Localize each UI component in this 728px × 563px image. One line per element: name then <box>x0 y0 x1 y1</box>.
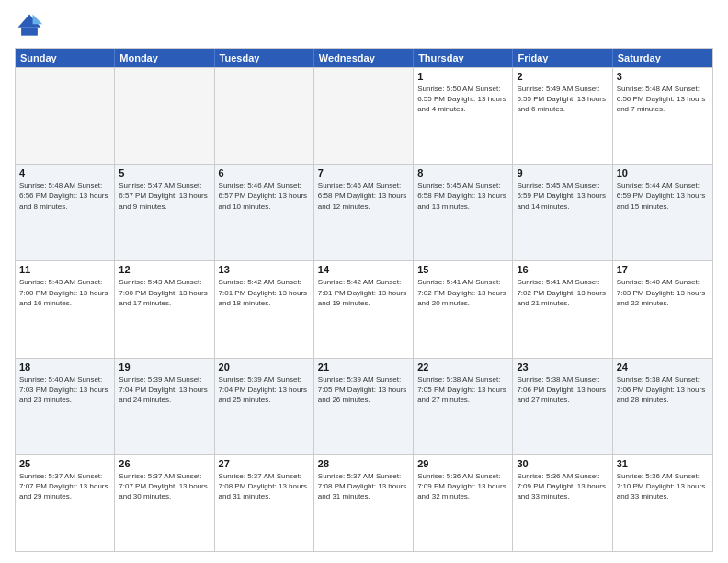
day-info: Sunrise: 5:36 AM Sunset: 7:09 PM Dayligh… <box>417 471 508 502</box>
day-cell-13: 13Sunrise: 5:42 AM Sunset: 7:01 PM Dayli… <box>215 261 314 357</box>
week-row-1: 4Sunrise: 5:48 AM Sunset: 6:56 PM Daylig… <box>16 164 712 260</box>
day-info: Sunrise: 5:48 AM Sunset: 6:56 PM Dayligh… <box>19 180 110 212</box>
day-info: Sunrise: 5:44 AM Sunset: 6:59 PM Dayligh… <box>617 180 709 212</box>
day-cell-22: 22Sunrise: 5:38 AM Sunset: 7:05 PM Dayli… <box>414 359 513 454</box>
day-cell-26: 26Sunrise: 5:37 AM Sunset: 7:07 PM Dayli… <box>115 455 214 551</box>
day-number: 2 <box>517 71 608 82</box>
day-info: Sunrise: 5:38 AM Sunset: 7:06 PM Dayligh… <box>617 374 709 406</box>
empty-cell <box>16 68 115 164</box>
day-info: Sunrise: 5:37 AM Sunset: 7:08 PM Dayligh… <box>318 471 409 502</box>
day-number: 12 <box>119 264 210 275</box>
empty-cell <box>115 68 214 164</box>
day-info: Sunrise: 5:41 AM Sunset: 7:02 PM Dayligh… <box>417 277 508 308</box>
week-row-3: 18Sunrise: 5:40 AM Sunset: 7:03 PM Dayli… <box>16 358 712 454</box>
day-cell-15: 15Sunrise: 5:41 AM Sunset: 7:02 PM Dayli… <box>414 261 513 357</box>
day-cell-18: 18Sunrise: 5:40 AM Sunset: 7:03 PM Dayli… <box>16 359 115 454</box>
day-info: Sunrise: 5:37 AM Sunset: 7:08 PM Dayligh… <box>219 471 310 502</box>
day-number: 1 <box>417 71 508 82</box>
day-info: Sunrise: 5:43 AM Sunset: 7:00 PM Dayligh… <box>19 277 110 308</box>
day-number: 3 <box>617 71 709 82</box>
header-cell-wednesday: Wednesday <box>314 49 414 67</box>
day-info: Sunrise: 5:47 AM Sunset: 6:57 PM Dayligh… <box>119 180 210 212</box>
day-cell-23: 23Sunrise: 5:38 AM Sunset: 7:06 PM Dayli… <box>513 359 612 454</box>
day-cell-10: 10Sunrise: 5:44 AM Sunset: 6:59 PM Dayli… <box>613 165 712 260</box>
day-cell-30: 30Sunrise: 5:36 AM Sunset: 7:09 PM Dayli… <box>513 455 612 551</box>
day-number: 27 <box>219 458 310 469</box>
day-cell-3: 3Sunrise: 5:48 AM Sunset: 6:56 PM Daylig… <box>613 68 712 164</box>
day-number: 16 <box>517 264 608 275</box>
header-cell-tuesday: Tuesday <box>215 49 314 67</box>
day-number: 31 <box>617 458 709 469</box>
day-info: Sunrise: 5:40 AM Sunset: 7:03 PM Dayligh… <box>617 277 709 308</box>
day-number: 6 <box>219 167 310 178</box>
day-number: 5 <box>119 167 210 178</box>
day-number: 9 <box>517 167 608 178</box>
day-cell-1: 1Sunrise: 5:50 AM Sunset: 6:55 PM Daylig… <box>414 68 513 164</box>
calendar-header: SundayMondayTuesdayWednesdayThursdayFrid… <box>16 49 712 67</box>
day-number: 19 <box>119 362 210 373</box>
header-cell-sunday: Sunday <box>16 49 115 67</box>
day-cell-4: 4Sunrise: 5:48 AM Sunset: 6:56 PM Daylig… <box>16 165 115 260</box>
day-cell-24: 24Sunrise: 5:38 AM Sunset: 7:06 PM Dayli… <box>613 359 712 454</box>
header-cell-friday: Friday <box>513 49 612 67</box>
day-cell-17: 17Sunrise: 5:40 AM Sunset: 7:03 PM Dayli… <box>613 261 712 357</box>
day-info: Sunrise: 5:36 AM Sunset: 7:10 PM Dayligh… <box>617 471 709 502</box>
header <box>15 11 713 40</box>
day-number: 20 <box>219 362 310 373</box>
day-info: Sunrise: 5:39 AM Sunset: 7:04 PM Dayligh… <box>219 374 310 406</box>
svg-rect-1 <box>21 28 38 36</box>
day-info: Sunrise: 5:36 AM Sunset: 7:09 PM Dayligh… <box>517 471 608 502</box>
day-number: 11 <box>19 264 110 275</box>
day-info: Sunrise: 5:45 AM Sunset: 6:59 PM Dayligh… <box>517 180 608 212</box>
day-info: Sunrise: 5:39 AM Sunset: 7:04 PM Dayligh… <box>119 374 210 406</box>
day-info: Sunrise: 5:38 AM Sunset: 7:06 PM Dayligh… <box>517 374 608 406</box>
page: SundayMondayTuesdayWednesdayThursdayFrid… <box>0 0 728 563</box>
day-number: 25 <box>19 458 110 469</box>
day-cell-29: 29Sunrise: 5:36 AM Sunset: 7:09 PM Dayli… <box>414 455 513 551</box>
day-info: Sunrise: 5:41 AM Sunset: 7:02 PM Dayligh… <box>517 277 608 308</box>
day-number: 24 <box>617 362 709 373</box>
day-info: Sunrise: 5:46 AM Sunset: 6:58 PM Dayligh… <box>318 180 409 212</box>
header-cell-thursday: Thursday <box>414 49 513 67</box>
day-cell-25: 25Sunrise: 5:37 AM Sunset: 7:07 PM Dayli… <box>16 455 115 551</box>
day-cell-31: 31Sunrise: 5:36 AM Sunset: 7:10 PM Dayli… <box>613 455 712 551</box>
day-number: 14 <box>318 264 409 275</box>
day-cell-9: 9Sunrise: 5:45 AM Sunset: 6:59 PM Daylig… <box>513 165 612 260</box>
day-cell-2: 2Sunrise: 5:49 AM Sunset: 6:55 PM Daylig… <box>513 68 612 164</box>
day-number: 30 <box>517 458 608 469</box>
empty-cell <box>314 68 414 164</box>
header-cell-saturday: Saturday <box>613 49 712 67</box>
day-info: Sunrise: 5:42 AM Sunset: 7:01 PM Dayligh… <box>219 277 310 308</box>
day-info: Sunrise: 5:42 AM Sunset: 7:01 PM Dayligh… <box>318 277 409 308</box>
day-cell-28: 28Sunrise: 5:37 AM Sunset: 7:08 PM Dayli… <box>314 455 414 551</box>
day-cell-21: 21Sunrise: 5:39 AM Sunset: 7:05 PM Dayli… <box>314 359 414 454</box>
day-number: 13 <box>219 264 310 275</box>
logo-icon <box>15 11 44 40</box>
empty-cell <box>215 68 314 164</box>
day-cell-27: 27Sunrise: 5:37 AM Sunset: 7:08 PM Dayli… <box>215 455 314 551</box>
day-number: 26 <box>119 458 210 469</box>
day-cell-5: 5Sunrise: 5:47 AM Sunset: 6:57 PM Daylig… <box>115 165 214 260</box>
day-number: 4 <box>19 167 110 178</box>
day-cell-6: 6Sunrise: 5:46 AM Sunset: 6:57 PM Daylig… <box>215 165 314 260</box>
day-number: 15 <box>417 264 508 275</box>
day-number: 18 <box>19 362 110 373</box>
day-info: Sunrise: 5:45 AM Sunset: 6:58 PM Dayligh… <box>417 180 508 212</box>
day-number: 8 <box>417 167 508 178</box>
day-cell-11: 11Sunrise: 5:43 AM Sunset: 7:00 PM Dayli… <box>16 261 115 357</box>
calendar-body: 1Sunrise: 5:50 AM Sunset: 6:55 PM Daylig… <box>16 67 712 551</box>
day-number: 23 <box>517 362 608 373</box>
calendar: SundayMondayTuesdayWednesdayThursdayFrid… <box>15 48 713 552</box>
day-info: Sunrise: 5:50 AM Sunset: 6:55 PM Dayligh… <box>417 84 508 115</box>
day-info: Sunrise: 5:49 AM Sunset: 6:55 PM Dayligh… <box>517 84 608 115</box>
week-row-4: 25Sunrise: 5:37 AM Sunset: 7:07 PM Dayli… <box>16 454 712 551</box>
day-info: Sunrise: 5:43 AM Sunset: 7:00 PM Dayligh… <box>119 277 210 308</box>
day-cell-14: 14Sunrise: 5:42 AM Sunset: 7:01 PM Dayli… <box>314 261 414 357</box>
week-row-2: 11Sunrise: 5:43 AM Sunset: 7:00 PM Dayli… <box>16 260 712 357</box>
day-number: 17 <box>617 264 709 275</box>
day-info: Sunrise: 5:39 AM Sunset: 7:05 PM Dayligh… <box>318 374 409 406</box>
header-cell-monday: Monday <box>115 49 214 67</box>
day-cell-20: 20Sunrise: 5:39 AM Sunset: 7:04 PM Dayli… <box>215 359 314 454</box>
day-info: Sunrise: 5:37 AM Sunset: 7:07 PM Dayligh… <box>19 471 110 502</box>
day-info: Sunrise: 5:48 AM Sunset: 6:56 PM Dayligh… <box>617 84 709 115</box>
